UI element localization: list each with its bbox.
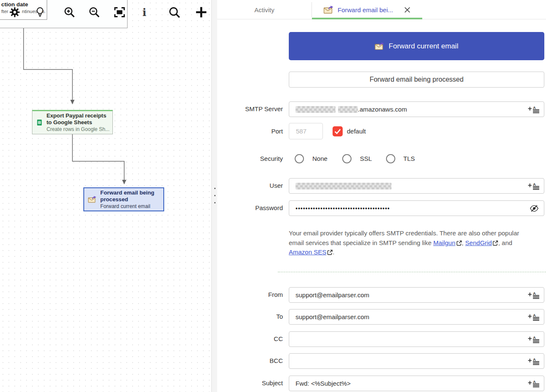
zoom-in-icon[interactable] xyxy=(62,5,77,19)
security-label: Security xyxy=(216,155,283,162)
mailgun-link[interactable]: Mailgun xyxy=(433,239,455,246)
sendgrid-link[interactable]: SendGrid xyxy=(465,239,492,246)
user-label: User xyxy=(216,182,283,189)
redacted-text xyxy=(296,106,336,113)
default-port-checkbox[interactable] xyxy=(333,126,343,136)
insert-field-icon[interactable] xyxy=(528,105,540,114)
flowchart-canvas[interactable]: ction date fter ntinues u. xyxy=(0,0,212,392)
search-icon[interactable] xyxy=(167,5,181,19)
flow-node-export-paypal[interactable]: Export Paypal receipts to Google Sheets … xyxy=(32,110,113,134)
security-radio-none[interactable] xyxy=(295,154,304,163)
panel-resize-handle[interactable] xyxy=(212,0,217,392)
info-icon[interactable]: i xyxy=(137,5,152,19)
from-label: From xyxy=(216,291,283,298)
fit-view-icon[interactable] xyxy=(112,5,127,19)
node-title: Forward email being processed xyxy=(100,189,161,203)
close-tab-icon[interactable] xyxy=(404,7,410,13)
port-input[interactable]: 587 xyxy=(289,123,323,139)
node-subtitle: Create rows in Google Sh... xyxy=(46,126,110,133)
amazon-ses-link[interactable]: Amazon SES xyxy=(289,248,326,256)
security-radio-ssl[interactable] xyxy=(342,154,352,163)
bcc-input[interactable] xyxy=(289,353,544,369)
password-input[interactable]: •••••••••••••••••••••••••••••••••••••• xyxy=(289,200,544,216)
external-link-icon xyxy=(456,240,462,246)
external-link-icon xyxy=(493,240,498,246)
add-node-icon[interactable] xyxy=(194,5,208,19)
cc-input[interactable] xyxy=(289,331,544,347)
subject-input[interactable]: Fwd: <%Subject%> xyxy=(289,376,544,391)
insert-field-icon[interactable] xyxy=(528,357,540,365)
insert-field-icon[interactable] xyxy=(528,379,540,388)
redacted-text xyxy=(296,183,392,189)
insert-field-icon[interactable] xyxy=(528,182,540,190)
insert-field-icon[interactable] xyxy=(528,291,540,299)
insert-field-icon[interactable] xyxy=(528,335,540,344)
from-input[interactable]: support@emailparser.com xyxy=(289,287,544,303)
to-label: To xyxy=(216,313,283,320)
redacted-text xyxy=(338,106,358,113)
google-sheets-icon xyxy=(36,117,43,128)
tab-label: Forward email bei... xyxy=(338,6,393,13)
forward-email-icon xyxy=(88,195,96,204)
zoom-out-icon[interactable] xyxy=(87,5,101,19)
settings-gear-icon[interactable] xyxy=(8,5,22,19)
email-parser-window: ction date fter ntinues u. xyxy=(0,0,546,392)
user-input[interactable] xyxy=(289,178,544,194)
default-port-label: default xyxy=(347,128,366,135)
toggle-password-visibility-icon[interactable] xyxy=(530,204,539,213)
security-option-ssl[interactable]: SSL xyxy=(360,155,372,162)
forward-email-icon xyxy=(375,42,384,50)
lightbulb-icon[interactable] xyxy=(33,5,47,19)
check-icon xyxy=(334,128,341,134)
node-subtitle: Forward current email xyxy=(100,203,161,210)
section-divider xyxy=(278,272,546,272)
bcc-label: BCC xyxy=(216,357,283,364)
tab-activity[interactable]: Activity xyxy=(217,0,312,19)
subject-label: Subject xyxy=(216,379,283,387)
smtp-server-input[interactable]: .amazonaws.com xyxy=(289,101,544,117)
forward-email-icon xyxy=(323,5,334,14)
to-input[interactable]: support@emailparser.com xyxy=(289,309,544,325)
security-radio-tls[interactable] xyxy=(386,154,395,163)
smtp-help-text: Your email provider typically offers SMT… xyxy=(289,229,530,257)
tab-bar: Activity Forward email bei... xyxy=(217,0,546,19)
password-label: Password xyxy=(216,204,283,211)
node-title: Export Paypal receipts to Google Sheets xyxy=(46,112,110,126)
action-name-input[interactable]: Forward email being processed xyxy=(289,72,544,88)
external-link-icon xyxy=(327,250,333,255)
insert-field-icon[interactable] xyxy=(528,313,540,321)
active-tab-underline xyxy=(312,18,422,19)
forward-current-email-button[interactable]: Forward current email xyxy=(289,32,544,60)
tab-forward-email[interactable]: Forward email bei... xyxy=(312,0,423,19)
port-label: Port xyxy=(216,128,283,135)
security-option-none[interactable]: None xyxy=(312,155,328,162)
security-option-tls[interactable]: TLS xyxy=(403,155,415,162)
cc-label: CC xyxy=(216,335,283,342)
flow-node-forward-email[interactable]: Forward email being processed Forward cu… xyxy=(83,187,164,211)
smtp-server-label: SMTP Server xyxy=(216,105,283,112)
